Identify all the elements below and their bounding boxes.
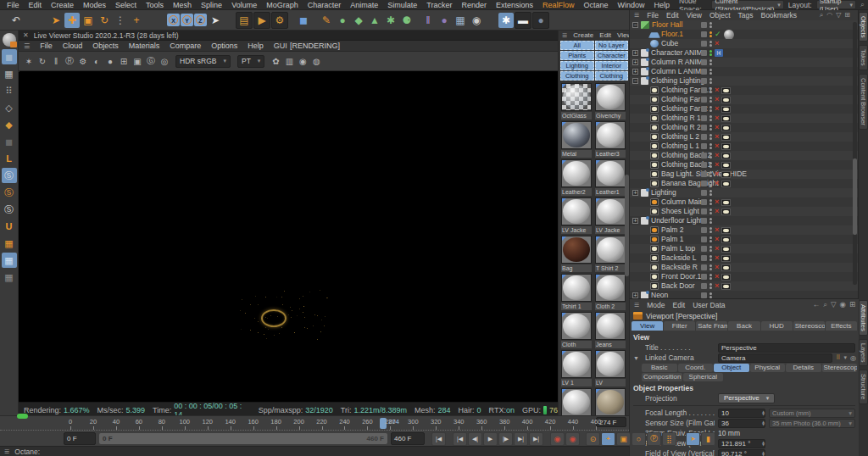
edit-tag-icon[interactable] <box>701 171 707 177</box>
visibility-dots[interactable] <box>709 78 712 84</box>
lv-menu-compare[interactable]: Compare <box>170 42 201 50</box>
property-spinner[interactable]: 36 <box>718 419 765 428</box>
tab-attributes[interactable]: Attributes <box>859 300 868 336</box>
expand-toggle-icon[interactable]: + <box>632 292 638 298</box>
disabled-cross-icon[interactable]: × <box>715 198 719 206</box>
tab-content-browser[interactable]: Content Browser <box>859 74 868 130</box>
grid-orange-icon[interactable]: ▦ <box>2 236 17 251</box>
tree-row[interactable]: Palm L top× <box>630 244 859 253</box>
tab-layers[interactable]: Layers <box>859 339 868 367</box>
om-menu-object[interactable]: Object <box>709 11 731 19</box>
tree-row[interactable]: Cube× <box>630 39 859 48</box>
lv-menu-help[interactable]: Help <box>248 42 264 50</box>
visibility-dots[interactable] <box>709 50 712 56</box>
subdivide-icon[interactable]: ◆ <box>351 13 366 28</box>
menu-realflow[interactable]: RealFlow <box>542 1 575 9</box>
lv-menu-file[interactable]: File <box>40 42 53 50</box>
attr-tab-effects[interactable]: Effects <box>826 321 857 331</box>
hamburger-icon[interactable]: ☰ <box>4 448 9 455</box>
material-tag-ball[interactable] <box>724 30 734 40</box>
coord-icon[interactable]: ⋮ <box>113 13 128 28</box>
menu-tools[interactable]: Tools <box>146 1 164 9</box>
light-tag-swatch[interactable] <box>721 264 731 271</box>
om-menu-tags[interactable]: Tags <box>738 11 754 19</box>
render-viewport[interactable] <box>19 71 558 402</box>
material-item[interactable]: Cloth <box>561 312 592 348</box>
disabled-cross-icon[interactable]: × <box>715 264 719 271</box>
lv-tool-icon-1[interactable]: ↻ <box>36 54 49 68</box>
visibility-dots[interactable] <box>709 209 712 214</box>
material-thumbnail[interactable] <box>595 388 626 415</box>
menu-render[interactable]: Render <box>461 1 487 9</box>
material-item[interactable]: Leather3 <box>595 121 626 158</box>
disabled-mode-icon[interactable]: ◼ <box>2 134 17 149</box>
menu-animate[interactable]: Animate <box>350 1 378 9</box>
target-icon[interactable]: ◎ <box>850 354 856 362</box>
material-item[interactable]: Metal <box>561 121 592 158</box>
edit-tag-icon[interactable] <box>701 283 707 289</box>
menu-edit[interactable]: Edit <box>29 1 42 9</box>
camera-tab-coord[interactable]: Coord. <box>678 364 714 372</box>
edit-tag-icon[interactable] <box>701 153 707 158</box>
magnet-icon[interactable]: U <box>2 219 17 234</box>
visibility-dots[interactable] <box>709 41 712 47</box>
menu-octane[interactable]: Octane <box>584 1 609 9</box>
disabled-cross-icon[interactable]: × <box>715 133 719 141</box>
om-header-icon-2[interactable]: ▽ <box>836 11 841 19</box>
edit-tag-icon[interactable] <box>701 209 707 214</box>
undo-icon[interactable]: ↶ <box>8 13 24 28</box>
layer-button-lighting[interactable]: Lighting <box>560 61 594 70</box>
axis-z-button[interactable]: Z <box>194 14 207 26</box>
lv-tool-icon-6[interactable]: ● <box>103 54 117 68</box>
visibility-dots[interactable] <box>709 143 712 149</box>
camera-tab-physical[interactable]: Physical <box>750 364 786 372</box>
disabled-cross-icon[interactable]: × <box>715 142 719 150</box>
edit-tag-icon[interactable] <box>701 69 707 75</box>
attr-header-icon-4[interactable]: ⊞ <box>849 300 855 309</box>
camera-tab-composition[interactable]: Composition <box>642 373 682 381</box>
tree-row[interactable]: Clothing Far L× <box>630 95 859 104</box>
disabled-cross-icon[interactable]: × <box>715 114 719 122</box>
material-item[interactable]: LV Jacke <box>595 197 626 234</box>
menu-tracker[interactable]: Tracker <box>426 1 452 9</box>
light-tag-swatch[interactable] <box>721 134 731 141</box>
menu-modes[interactable]: Modes <box>83 1 106 9</box>
light-tag-swatch[interactable] <box>721 283 731 290</box>
spline-icon[interactable]: ‖ <box>420 13 436 28</box>
workplane-icon[interactable]: ➤ <box>208 13 223 28</box>
camera-tab-basic[interactable]: Basic <box>642 364 677 372</box>
expand-toggle-icon[interactable]: + <box>632 218 638 224</box>
sphere-primitive-icon[interactable]: ● <box>335 13 350 28</box>
lv-menu-objects[interactable]: Objects <box>92 42 119 50</box>
om-menu-edit[interactable]: Edit <box>666 11 679 19</box>
om-header-icon-0[interactable]: ⌕ <box>820 11 823 19</box>
material-item[interactable]: Leather2 <box>561 159 592 196</box>
attr-tab-stereoscopic[interactable]: Stereoscopic <box>793 321 825 331</box>
lv-tool-icon-4[interactable]: ⚙ <box>76 54 90 68</box>
edit-tag-icon[interactable] <box>701 264 707 270</box>
hamburger-icon[interactable]: ☰ <box>634 302 639 309</box>
edit-tag-icon[interactable] <box>701 236 707 242</box>
camera-tab-details[interactable]: Details <box>786 364 821 372</box>
polygon-mode-icon[interactable]: ◆ <box>2 117 17 132</box>
colorspace-select[interactable]: HDR sRGB▾ <box>175 55 231 68</box>
tree-row[interactable]: Clothing L 1× <box>630 142 859 151</box>
object-tree-scrollbar[interactable] <box>853 22 857 285</box>
disabled-cross-icon[interactable]: × <box>715 170 719 178</box>
layer-button-all[interactable]: All <box>560 41 594 50</box>
lv-tool-icon-5[interactable]: ◐ <box>90 54 103 68</box>
menu-select[interactable]: Select <box>115 1 136 9</box>
property-dropdown[interactable]: Custom (mm)▾ <box>769 409 855 418</box>
disabled-cross-icon[interactable]: × <box>715 273 719 281</box>
disabled-cross-icon[interactable]: × <box>715 124 719 131</box>
material-item[interactable]: T Shirt 2 <box>595 236 626 272</box>
linked-camera-input[interactable]: Camera <box>718 353 832 363</box>
menu-spline[interactable]: Spline <box>201 1 222 9</box>
visibility-dots[interactable] <box>709 264 712 270</box>
edit-tag-icon[interactable] <box>701 78 707 84</box>
property-spinner[interactable]: 10 <box>718 409 765 418</box>
om-header-icon-1[interactable]: ◠ <box>826 11 832 19</box>
om-menu-bookmarks[interactable]: Bookmarks <box>760 11 797 19</box>
attr-tab-safe-frames[interactable]: Safe Frames <box>696 321 727 331</box>
snap-s2-icon[interactable]: Ⓢ <box>2 185 17 200</box>
